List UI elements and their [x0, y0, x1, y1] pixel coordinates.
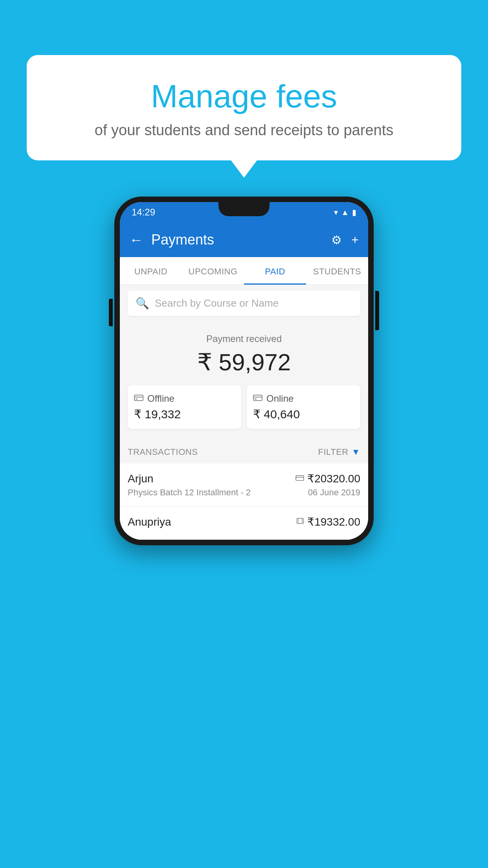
transaction-course-1: Physics Batch 12 Installment - 2: [128, 487, 251, 498]
transaction-amount-wrap-2: ₹19332.00: [296, 515, 360, 528]
offline-amount: ₹ 19,332: [134, 407, 235, 421]
online-amount: ₹ 40,640: [253, 407, 354, 421]
payment-summary: Payment received ₹ 59,972 Offline ₹ 19,3…: [120, 322, 368, 438]
phone-screen: 14:29 ▾ ▲ ▮ ← Payments ⚙ +: [120, 202, 368, 540]
svg-rect-8: [297, 518, 304, 523]
filter-label: FILTER: [318, 447, 349, 457]
app-bar-title: Payments: [151, 232, 323, 248]
bubble-subtitle: of your students and send receipts to pa…: [50, 122, 438, 139]
payment-label: Payment received: [128, 333, 360, 344]
phone-frame: 14:29 ▾ ▲ ▮ ← Payments ⚙ +: [114, 197, 374, 545]
transaction-top-1: Arjun ₹20320.00: [128, 472, 360, 485]
transaction-icon-2: [296, 517, 304, 527]
transaction-amount-2: ₹19332.00: [307, 515, 360, 528]
settings-button[interactable]: ⚙: [331, 233, 342, 247]
transaction-top-2: Anupriya ₹19332.00: [128, 515, 360, 528]
svg-rect-2: [136, 399, 138, 399]
transaction-name-2: Anupriya: [128, 516, 171, 528]
transaction-amount-1: ₹20320.00: [307, 472, 360, 485]
offline-card-header: Offline: [134, 393, 235, 404]
app-bar-icons: ⚙ +: [331, 233, 359, 247]
tab-students[interactable]: STUDENTS: [306, 257, 368, 285]
transaction-amount-wrap-1: ₹20320.00: [295, 472, 360, 485]
transaction-name-1: Arjun: [128, 473, 153, 485]
transaction-bottom-1: Physics Batch 12 Installment - 2 06 June…: [128, 487, 360, 498]
speech-bubble: Manage fees of your students and send re…: [27, 55, 461, 160]
svg-rect-3: [253, 395, 262, 401]
transaction-date-1: 06 June 2019: [308, 487, 360, 498]
add-button[interactable]: +: [351, 233, 359, 247]
speech-bubble-container: Manage fees of your students and send re…: [27, 55, 461, 160]
tabs: UNPAID UPCOMING PAID STUDENTS: [120, 257, 368, 285]
back-button[interactable]: ←: [129, 232, 143, 248]
svg-rect-5: [255, 399, 257, 399]
status-time: 14:29: [132, 207, 155, 218]
online-label: Online: [266, 393, 294, 404]
search-input[interactable]: Search by Course or Name: [155, 297, 279, 309]
tab-paid[interactable]: PAID: [244, 257, 306, 285]
bubble-title: Manage fees: [50, 79, 438, 114]
filter-button[interactable]: FILTER ▼: [318, 447, 360, 457]
svg-rect-6: [296, 475, 304, 480]
transactions-header: TRANSACTIONS FILTER ▼: [120, 438, 368, 463]
transactions-label: TRANSACTIONS: [128, 447, 198, 457]
transaction-icon-1: [295, 474, 304, 484]
tab-unpaid[interactable]: UNPAID: [120, 257, 182, 285]
payment-total: ₹ 59,972: [128, 348, 360, 376]
tab-upcoming[interactable]: UPCOMING: [182, 257, 244, 285]
payment-cards: Offline ₹ 19,332 Online ₹ 40,640: [128, 385, 360, 429]
battery-icon: ▮: [352, 208, 356, 217]
online-icon: [253, 393, 262, 404]
app-bar: ← Payments ⚙ +: [120, 223, 368, 257]
online-card: Online ₹ 40,640: [247, 385, 360, 429]
search-icon: 🔍: [136, 297, 149, 310]
online-card-header: Online: [253, 393, 354, 404]
wifi-icon: ▾: [334, 208, 338, 217]
transaction-row[interactable]: Anupriya ₹19332.00: [120, 507, 368, 540]
filter-icon: ▼: [352, 447, 360, 457]
offline-card: Offline ₹ 19,332: [128, 385, 241, 429]
phone-mockup: 14:29 ▾ ▲ ▮ ← Payments ⚙ +: [114, 197, 374, 545]
transaction-row[interactable]: Arjun ₹20320.00 Physics Batch 12 Install…: [120, 463, 368, 507]
svg-rect-0: [134, 395, 143, 401]
offline-label: Offline: [147, 393, 174, 404]
status-bar: 14:29 ▾ ▲ ▮: [120, 202, 368, 223]
signal-icon: ▲: [341, 208, 349, 217]
search-box[interactable]: 🔍 Search by Course or Name: [128, 291, 360, 316]
offline-icon: [134, 393, 143, 404]
notch: [218, 202, 270, 216]
status-icons: ▾ ▲ ▮: [334, 208, 356, 217]
search-container: 🔍 Search by Course or Name: [120, 285, 368, 322]
